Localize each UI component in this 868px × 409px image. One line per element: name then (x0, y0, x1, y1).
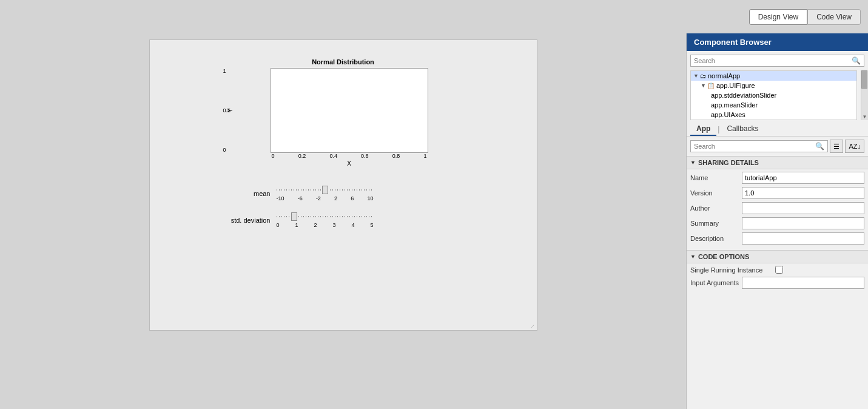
tab-separator: | (716, 125, 721, 134)
plot-area (271, 68, 428, 153)
scroll-down-arrow[interactable]: ▼ (863, 113, 867, 120)
std-slider-ticks: 0 1 2 3 4 5 (277, 222, 374, 228)
code-options-header: ▼ CODE OPTIONS (687, 250, 868, 263)
x-axis-ticks: 0 0.2 0.4 0.6 0.8 1 (271, 153, 428, 159)
property-search-box[interactable]: 🔍 (690, 140, 828, 152)
mean-slider-ticks: -10 -6 -2 2 6 10 (277, 195, 374, 201)
tree-item-normalapp[interactable]: ▼ 🗂 normalApp (691, 71, 856, 81)
tab-callbacks[interactable]: Callbacks (721, 123, 764, 136)
scrollbar-track[interactable] (861, 70, 868, 113)
sort-button[interactable]: AZ↓ (845, 140, 864, 153)
single-instance-row: Single Running Instance (690, 266, 864, 274)
main-layout: Normal Distribution 1 0.5 0 Y (0, 33, 868, 409)
mean-slider-thumb[interactable] (322, 186, 328, 194)
sliders-section: mean -10 -6 -2 2 6 10 (222, 186, 465, 239)
single-instance-label: Single Running Instance (690, 266, 775, 274)
y-axis-label: Y (226, 109, 233, 113)
tree-item-uiaxes[interactable]: app.UIAxes (691, 110, 856, 120)
mean-slider-row: mean -10 -6 -2 2 6 10 (222, 186, 465, 201)
sharing-details-form: Name Version Author Summary Description (687, 169, 868, 250)
canvas-area: Normal Distribution 1 0.5 0 Y (0, 33, 686, 409)
version-row: Version (690, 187, 864, 199)
tab-app[interactable]: App (690, 123, 716, 136)
code-options-arrow: ▼ (690, 254, 696, 260)
tree-item-meanslider[interactable]: app.meanSlider (691, 100, 856, 110)
code-options-area: Single Running Instance Input Arguments (687, 263, 868, 294)
version-label: Version (690, 189, 742, 197)
plot-container: Normal Distribution 1 0.5 0 Y (246, 58, 440, 174)
app-canvas: Normal Distribution 1 0.5 0 Y (149, 39, 537, 331)
x-axis-label: X (271, 160, 428, 167)
right-panel: Component Browser 🔍 ▼ 🗂 normalApp (686, 33, 868, 409)
tree-icon-uifigure: 📋 (707, 83, 715, 89)
sharing-details-header: ▼ SHARING DETAILS (687, 156, 868, 169)
input-args-input[interactable] (742, 277, 864, 289)
component-search-box[interactable]: 🔍 (690, 55, 864, 67)
std-slider-thumb[interactable] (291, 212, 297, 221)
author-label: Author (690, 204, 742, 212)
author-input[interactable] (742, 202, 864, 214)
tree-label-uiaxes: app.UIAxes (711, 111, 745, 118)
description-row: Description (690, 232, 864, 245)
std-slider-row: std. deviation 0 1 2 3 4 5 (222, 212, 465, 228)
tree-scroll: ▼ 🗂 normalApp ▼ 📋 app.UIFigure app (687, 70, 868, 120)
sharing-title: SHARING DETAILS (698, 159, 759, 166)
std-slider-wrapper: 0 1 2 3 4 5 (277, 212, 465, 228)
tree-item-stdslider[interactable]: app.stddeviationSlider (691, 90, 856, 100)
std-label: std. deviation (222, 217, 271, 224)
list-icon: ☰ (833, 143, 839, 150)
tree-arrow-uifigure: ▼ (701, 83, 706, 89)
mean-label: mean (222, 190, 271, 197)
tree-scrollbar[interactable]: ▼ (861, 70, 868, 120)
tree-item-uifigure[interactable]: ▼ 📋 app.UIFigure (691, 81, 856, 90)
summary-input[interactable] (742, 217, 864, 229)
property-search-icon: 🔍 (815, 142, 824, 150)
list-view-button[interactable]: ☰ (830, 140, 843, 153)
tree-label-normalapp: normalApp (708, 72, 740, 79)
tree-arrow-normalapp: ▼ (693, 73, 699, 79)
description-input[interactable] (742, 232, 864, 245)
plot-title: Normal Distribution (246, 58, 440, 66)
panel-header: Component Browser (687, 33, 868, 51)
input-args-label: Input Arguments (690, 279, 742, 286)
scrollbar-thumb[interactable] (861, 70, 867, 89)
tabs-row: App | Callbacks (687, 120, 868, 137)
mean-slider-wrapper: -10 -6 -2 2 6 10 (277, 186, 465, 201)
tree-content: ▼ 🗂 normalApp ▼ 📋 app.UIFigure app (687, 70, 861, 120)
tree-label-stdslider: app.stddeviationSlider (711, 92, 776, 99)
component-search-input[interactable] (694, 57, 852, 64)
resize-handle[interactable]: ⟋ (530, 323, 536, 329)
std-slider-track[interactable] (277, 212, 374, 221)
panel-title: Component Browser (694, 38, 772, 47)
version-input[interactable] (742, 187, 864, 199)
name-label: Name (690, 174, 742, 181)
sort-icon: AZ↓ (849, 143, 861, 150)
tree-label-uifigure: app.UIFigure (716, 82, 755, 89)
toolbar: Design View Code View (0, 0, 868, 33)
component-search-icon: 🔍 (852, 56, 861, 65)
search-row2: 🔍 ☰ AZ↓ (690, 140, 864, 153)
summary-label: Summary (690, 220, 742, 227)
code-view-button[interactable]: Code View (807, 9, 861, 25)
sharing-arrow: ▼ (690, 160, 696, 166)
summary-row: Summary (690, 217, 864, 229)
single-instance-checkbox[interactable] (775, 266, 783, 274)
tree-area: ▼ 🗂 normalApp ▼ 📋 app.UIFigure app (690, 70, 857, 120)
description-label: Description (690, 235, 742, 242)
design-view-button[interactable]: Design View (749, 9, 807, 25)
name-input[interactable] (742, 172, 864, 184)
mean-slider-track[interactable] (277, 186, 374, 194)
name-row: Name (690, 172, 864, 184)
code-options-title: CODE OPTIONS (698, 253, 749, 260)
tree-icon-normalapp: 🗂 (700, 73, 706, 79)
author-row: Author (690, 202, 864, 214)
property-search-input[interactable] (694, 143, 815, 150)
tree-label-meanslider: app.meanSlider (711, 101, 758, 109)
input-args-row: Input Arguments (690, 277, 864, 289)
